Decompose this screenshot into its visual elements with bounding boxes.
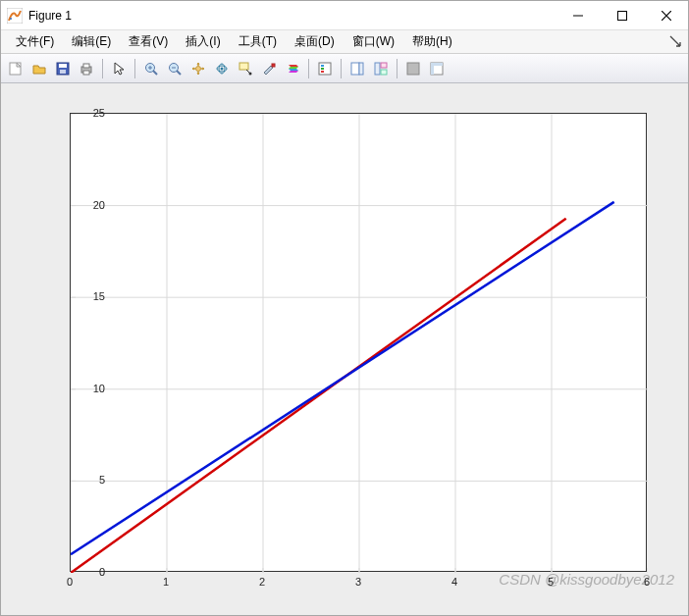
- svg-rect-31: [407, 63, 419, 75]
- svg-rect-28: [375, 63, 380, 75]
- x-tick-label: 3: [355, 576, 361, 588]
- toolbar-separator: [308, 59, 309, 78]
- menu-file[interactable]: 文件(F): [7, 31, 63, 52]
- toolbar: [1, 54, 688, 83]
- y-tick-label: 15: [76, 290, 105, 302]
- data-cursor-icon[interactable]: [235, 58, 256, 79]
- x-tick-label: 1: [163, 576, 169, 588]
- x-tick-label: 6: [644, 576, 650, 588]
- window-controls: [556, 1, 688, 30]
- pointer-icon[interactable]: [108, 58, 130, 79]
- chart-canvas: [71, 114, 648, 573]
- menubar: 文件(F) 编辑(E) 查看(V) 插入(I) 工具(T) 桌面(D) 窗口(W…: [1, 30, 688, 54]
- series-line: [71, 202, 614, 554]
- hide-tools-icon[interactable]: [402, 58, 424, 79]
- window-title: Figure 1: [28, 9, 556, 23]
- new-figure-icon[interactable]: [5, 58, 26, 79]
- open-icon[interactable]: [28, 58, 50, 79]
- titlebar: Figure 1: [1, 1, 688, 30]
- toolbar-separator: [102, 59, 103, 78]
- minimize-button[interactable]: [556, 1, 600, 30]
- print-icon[interactable]: [76, 58, 97, 79]
- svg-point-20: [249, 72, 252, 75]
- plot-tools-icon[interactable]: [370, 58, 392, 79]
- svg-rect-27: [359, 63, 363, 75]
- menu-tools[interactable]: 工具(T): [230, 31, 286, 52]
- link-axes-icon[interactable]: [346, 58, 368, 79]
- figure-window: Figure 1 文件(F) 编辑(E) 查看(V) 插入(I) 工具(T) 桌…: [0, 0, 689, 616]
- svg-rect-7: [60, 70, 66, 74]
- svg-rect-26: [351, 63, 359, 75]
- svg-rect-21: [272, 64, 275, 67]
- x-tick-label: 2: [259, 576, 265, 588]
- y-tick-label: 20: [76, 199, 105, 211]
- x-tick-label: 4: [451, 576, 457, 588]
- pan-icon[interactable]: [187, 58, 209, 79]
- svg-rect-30: [381, 70, 387, 75]
- close-button[interactable]: [644, 1, 688, 30]
- toolbar-separator: [397, 59, 398, 78]
- svg-rect-3: [617, 11, 626, 20]
- y-tick-label: 5: [76, 474, 105, 486]
- dock-arrow-icon[interactable]: [668, 34, 682, 48]
- legend-icon[interactable]: [314, 58, 336, 79]
- svg-rect-34: [431, 63, 434, 75]
- menu-desktop[interactable]: 桌面(D): [286, 31, 344, 52]
- menu-window[interactable]: 窗口(W): [344, 31, 403, 52]
- y-tick-label: 25: [76, 107, 105, 119]
- svg-rect-6: [59, 64, 67, 68]
- toolbar-separator: [134, 59, 135, 78]
- menu-insert[interactable]: 插入(I): [177, 31, 229, 52]
- svg-rect-10: [83, 71, 89, 75]
- svg-line-14: [177, 71, 181, 75]
- toolbar-separator: [341, 59, 342, 78]
- matlab-figure-icon: [7, 8, 23, 24]
- plot-area[interactable]: CSDN @kissgoodbye2012 01234560510152025: [1, 83, 688, 615]
- axes: [70, 113, 647, 572]
- svg-rect-19: [239, 63, 248, 70]
- series-line: [71, 219, 566, 573]
- show-tools-icon[interactable]: [426, 58, 448, 79]
- save-icon[interactable]: [52, 58, 74, 79]
- zoom-out-icon[interactable]: [164, 58, 186, 79]
- colorbar-icon[interactable]: [282, 58, 303, 79]
- svg-rect-22: [319, 63, 331, 75]
- svg-line-12: [153, 71, 157, 75]
- svg-rect-0: [7, 8, 23, 24]
- svg-point-15: [196, 66, 201, 71]
- brush-icon[interactable]: [258, 58, 280, 79]
- x-tick-label: 0: [67, 576, 73, 588]
- zoom-in-icon[interactable]: [140, 58, 162, 79]
- y-tick-label: 10: [76, 383, 105, 394]
- menu-help[interactable]: 帮助(H): [403, 31, 461, 52]
- svg-rect-9: [83, 64, 89, 68]
- menu-edit[interactable]: 编辑(E): [63, 31, 120, 52]
- y-tick-label: 0: [76, 566, 105, 578]
- x-tick-label: 5: [548, 576, 554, 588]
- svg-rect-29: [381, 63, 387, 68]
- menu-view[interactable]: 查看(V): [120, 31, 177, 52]
- maximize-button[interactable]: [600, 1, 644, 30]
- rotate-icon[interactable]: [211, 58, 233, 79]
- svg-point-18: [221, 67, 224, 70]
- svg-point-1: [10, 18, 12, 20]
